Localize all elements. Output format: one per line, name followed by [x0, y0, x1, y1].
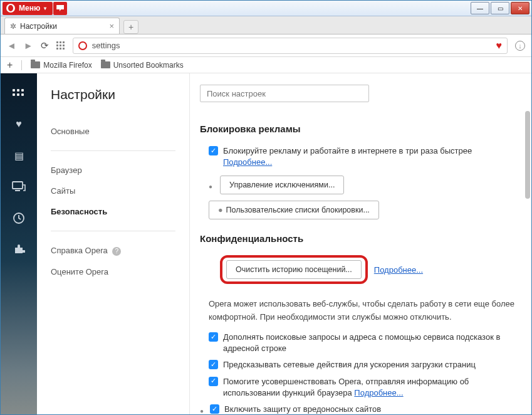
new-tab-button[interactable]: + [123, 20, 138, 34]
checkbox-checked-icon[interactable]: ✓ [209, 377, 218, 386]
url-input[interactable] [92, 41, 491, 50]
section-title-privacy: Конфиденциальность [200, 233, 515, 244]
folder-icon [101, 61, 110, 68]
opera-url-icon [78, 41, 87, 50]
rail-personal-icon[interactable] [11, 180, 27, 194]
reload-button[interactable]: ⟳ [41, 40, 49, 51]
section-title-adblock: Блокировка рекламы [200, 123, 515, 134]
speech-indicator-button[interactable] [53, 2, 67, 15]
highlight-marker: Очистить историю посещений... [220, 255, 368, 284]
rail-history-icon[interactable] [11, 211, 27, 225]
menu-label: Меню [19, 4, 40, 13]
privacy-opt-protection[interactable]: ● ✓ Включить защиту от вредоносных сайто… [200, 404, 515, 414]
sidebar-item-security[interactable]: Безопасность [51, 201, 175, 222]
adblock-label: Блокируйте рекламу и работайте в интерне… [223, 146, 472, 155]
settings-search-input[interactable] [200, 85, 369, 102]
bookmark-heart-icon[interactable]: ♥ [496, 40, 503, 51]
bookmark-folder-unsorted[interactable]: Unsorted Bookmarks [101, 61, 184, 70]
opt-label: Включить защиту от вредоносных сайтов [224, 404, 381, 414]
divider [51, 150, 175, 151]
button-clear-history[interactable]: Очистить историю посещений... [226, 260, 362, 279]
improve-learnmore-link[interactable]: Подробнее... [354, 388, 403, 397]
help-label: Справка Opera [51, 246, 108, 255]
privacy-opt-suggestions[interactable]: ✓ Дополнять поисковые запросы и адреса с… [200, 332, 515, 354]
folder-label: Mozilla Firefox [43, 61, 91, 70]
sidebar-item-basic[interactable]: Основные [51, 121, 175, 142]
folder-label: Unsorted Bookmarks [113, 61, 184, 70]
tab-settings[interactable]: ✲ Настройки × [4, 18, 120, 34]
button-block-lists[interactable]: ●Пользовательские списки блокировки... [209, 201, 379, 219]
folder-icon [31, 61, 40, 68]
bullet-icon: ● [200, 407, 204, 414]
help-icon: ? [112, 247, 121, 256]
opera-menu-button[interactable]: Меню ▾ [3, 2, 53, 15]
sidebar-item-browser[interactable]: Браузер [51, 160, 175, 181]
opt-label: Помогите усовершенствовать Opera, отправ… [223, 377, 469, 397]
minimize-button[interactable]: — [471, 2, 489, 14]
adblock-learnmore-link[interactable]: Подробнее... [223, 157, 272, 167]
left-icon-rail: ♥ ▤ [1, 73, 37, 414]
privacy-opt-improve[interactable]: ✓ Помогите усовершенствовать Opera, отпр… [200, 376, 515, 399]
checkbox-checked-icon[interactable]: ✓ [209, 332, 218, 342]
checkbox-checked-icon[interactable]: ✓ [210, 404, 219, 414]
window-titlebar: Меню ▾ — ▭ ✕ [1, 1, 531, 16]
maximize-button[interactable]: ▭ [491, 2, 509, 14]
svg-rect-1 [15, 190, 20, 191]
opt-label: Предсказывать сетевые действия для ускор… [223, 359, 476, 370]
divider [51, 231, 175, 231]
bullet-icon: ● [218, 206, 223, 214]
gear-icon: ✲ [10, 22, 16, 31]
bullet-icon: ● [209, 183, 212, 190]
svg-rect-0 [13, 182, 23, 189]
speed-dial-icon[interactable] [56, 41, 65, 50]
rail-speed-dial-icon[interactable] [11, 86, 27, 100]
opera-logo-icon [6, 4, 15, 13]
url-field-container: ♥ [73, 38, 508, 54]
rail-extensions-icon[interactable] [11, 243, 27, 256]
speech-bubble-icon [56, 5, 64, 11]
settings-content: Блокировка рекламы ✓ Блокируйте рекламу … [190, 73, 531, 414]
sidebar-item-rate[interactable]: Оцените Opera [51, 261, 175, 282]
tab-title: Настройки [20, 22, 57, 31]
main-area: ♥ ▤ Настройки Основные Браузер Сайты Без… [1, 73, 531, 414]
sidebar-item-sites[interactable]: Сайты [51, 181, 175, 201]
add-bookmark-button[interactable]: + [7, 60, 13, 71]
window-controls: — ▭ ✕ [471, 2, 531, 14]
privacy-opt-predict[interactable]: ✓ Предсказывать сетевые действия для уск… [200, 359, 515, 370]
scrollbar-thumb[interactable] [525, 111, 530, 199]
opt-label: Дополнять поисковые запросы и адреса с п… [223, 332, 515, 354]
bookmarks-bar: + Mozilla Firefox Unsorted Bookmarks [1, 57, 531, 73]
chevron-down-icon: ▾ [44, 6, 46, 11]
tab-close-button[interactable]: × [109, 21, 114, 31]
adblock-enable-row[interactable]: ✓ Блокируйте рекламу и работайте в интер… [200, 145, 515, 168]
address-bar: ◄ ► ⟳ ♥ ↓ [1, 34, 531, 57]
privacy-learnmore-link[interactable]: Подробнее... [374, 265, 423, 275]
settings-title: Настройки [51, 87, 175, 102]
settings-sidebar: Настройки Основные Браузер Сайты Безопас… [37, 73, 190, 414]
back-button[interactable]: ◄ [7, 40, 16, 51]
bookmark-folder-firefox[interactable]: Mozilla Firefox [31, 61, 91, 70]
sidebar-item-help[interactable]: Справка Opera ? [51, 240, 175, 261]
downloads-button[interactable]: ↓ [515, 41, 525, 51]
close-button[interactable]: ✕ [511, 2, 529, 14]
rail-news-icon[interactable]: ▤ [11, 149, 27, 162]
tab-strip: ✲ Настройки × + [1, 16, 531, 34]
forward-button[interactable]: ► [24, 40, 33, 51]
checkbox-checked-icon[interactable]: ✓ [209, 146, 218, 155]
divider [21, 60, 22, 70]
button-manage-exceptions[interactable]: Управление исключениями... [220, 176, 344, 194]
checkbox-checked-icon[interactable]: ✓ [209, 360, 218, 369]
rail-bookmarks-icon[interactable]: ♥ [11, 117, 27, 131]
privacy-description: Opera может использовать веб-службы, что… [200, 298, 515, 324]
